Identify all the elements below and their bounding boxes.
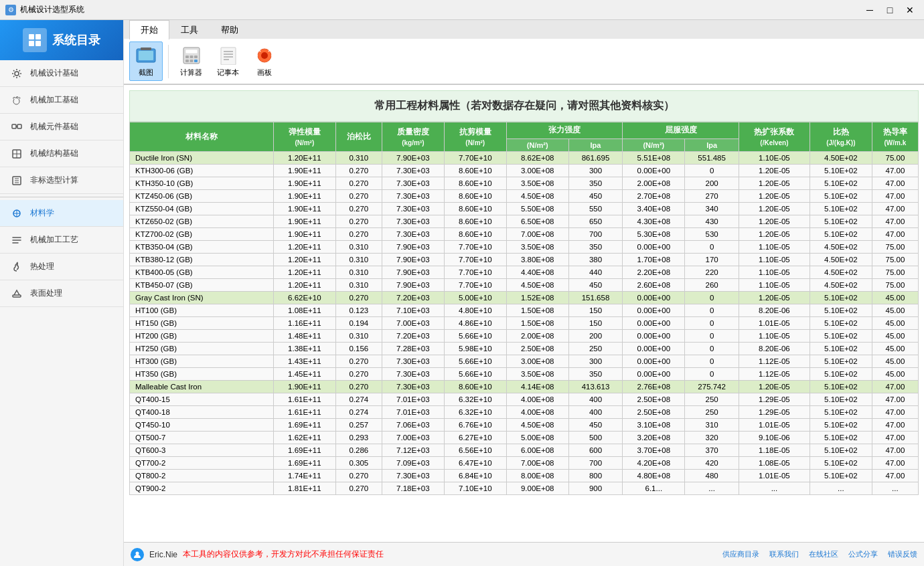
screenshot-button[interactable]: 截图 — [129, 41, 163, 81]
table-cell: 5.10E+02 — [810, 419, 872, 432]
table-cell: 7.90E+03 — [382, 254, 444, 266]
table-cell: 0.00E+00 — [623, 317, 685, 330]
tab-start[interactable]: 开始 — [129, 20, 169, 39]
table-cell: 6.47E+10 — [444, 457, 506, 470]
table-cell: 600 — [568, 444, 623, 457]
table-cell: ... — [872, 482, 918, 495]
table-cell: 8.20E-06 — [739, 343, 810, 355]
table-cell: 4.50E+02 — [810, 241, 872, 254]
table-cell: 4.14E+08 — [506, 381, 568, 393]
table-cell: 75.00 — [872, 254, 918, 266]
sidebar-item-heat[interactable]: 热处理 — [0, 254, 123, 280]
table-cell: 7.70E+10 — [444, 266, 506, 279]
table-cell: 75.00 — [872, 279, 918, 292]
notepad-button[interactable]: 记事本 — [211, 41, 245, 81]
table-cell: QT400-18 — [130, 406, 274, 419]
table-cell: 47.00 — [872, 432, 918, 444]
table-cell: 450 — [568, 190, 623, 203]
table-cell: 0 — [685, 317, 739, 330]
statusbar-link-feedback[interactable]: 错误反馈 — [888, 549, 917, 559]
calculator-button[interactable]: 计算器 — [174, 41, 208, 81]
table-cell: KTB450-07 (GB) — [130, 279, 274, 292]
titlebar-controls[interactable]: ─ □ ✕ — [861, 3, 919, 17]
table-cell: 7.30E+03 — [382, 215, 444, 228]
sidebar-item-surface[interactable]: 表面处理 — [0, 280, 123, 307]
table-cell: 0.270 — [335, 292, 382, 304]
table-cell: 4.50E+08 — [506, 190, 568, 203]
table-cell: 7.20E+03 — [382, 292, 444, 304]
sidebar-item-label: 机械设计基础 — [30, 68, 78, 79]
svg-rect-5 — [12, 124, 16, 128]
sidebar-item-structure[interactable]: 机械结构基础 — [0, 140, 123, 167]
table-cell: 47.00 — [872, 419, 918, 432]
table-cell: 1.90E+11 — [273, 177, 335, 190]
sidebar-item-label: 材料学 — [30, 207, 54, 219]
tab-tools[interactable]: 工具 — [169, 20, 210, 39]
table-cell: 45.00 — [872, 317, 918, 330]
screenshot-label: 截图 — [139, 68, 153, 78]
svg-rect-23 — [185, 50, 198, 54]
table-cell: 0.286 — [335, 444, 382, 457]
table-cell: 1.74E+11 — [273, 470, 335, 482]
sidebar-item-materials[interactable]: 材料学 — [0, 200, 123, 227]
table-cell: 1.20E+11 — [273, 279, 335, 292]
tab-help[interactable]: 帮助 — [210, 20, 250, 39]
table-cell: 3.10E+08 — [623, 419, 685, 432]
table-cell: 0.00E+00 — [623, 241, 685, 254]
table-cell: 1.50E+08 — [506, 304, 568, 317]
data-table: 材料名称 弹性模量(N/m²) 泊松比 质量密度(kg/m³) 抗剪模量(N/m… — [129, 122, 919, 495]
statusbar-link-suppliers[interactable]: 供应商目录 — [722, 549, 759, 559]
calculator-icon — [181, 45, 202, 66]
table-cell: QT500-7 — [130, 432, 274, 444]
table-cell: 0.270 — [335, 355, 382, 368]
table-cell: 8.60E+10 — [444, 381, 506, 393]
table-row: QT500-71.62E+110.2937.00E+036.27E+105.00… — [130, 432, 919, 444]
maximize-button[interactable]: □ — [881, 3, 899, 17]
table-cell: 1.48E+11 — [273, 330, 335, 343]
table-cell: 4.50E+02 — [810, 254, 872, 266]
sidebar-item-mechanical-design[interactable]: 机械设计基础 — [0, 60, 123, 87]
minimize-button[interactable]: ─ — [861, 3, 878, 17]
process-icon — [10, 233, 23, 247]
table-cell: 4.30E+08 — [623, 215, 685, 228]
table-cell: 47.00 — [872, 393, 918, 406]
table-cell: QT450-10 — [130, 419, 274, 432]
table-cell: 8.60E+10 — [444, 203, 506, 215]
table-cell: 0.270 — [335, 203, 382, 215]
surface-icon — [10, 287, 23, 300]
table-row: QT400-181.61E+110.2747.01E+036.32E+104.0… — [130, 406, 919, 419]
table-cell: QT700-2 — [130, 457, 274, 470]
table-row: Ductile Iron (SN)1.20E+110.3107.90E+037.… — [130, 152, 919, 165]
table-cell: 1.90E+11 — [273, 215, 335, 228]
table-row: QT900-21.81E+110.2707.18E+037.10E+109.00… — [130, 482, 919, 495]
canvas-button[interactable]: 画板 — [248, 41, 281, 81]
table-cell: 4.50E+02 — [810, 266, 872, 279]
table-cell: 150 — [568, 317, 623, 330]
table-cell: 5.10E+02 — [810, 470, 872, 482]
sidebar-item-machining2[interactable]: 机械加工工艺 — [0, 227, 123, 254]
table-cell: 0.257 — [335, 419, 382, 432]
table-cell: 6.27E+10 — [444, 432, 506, 444]
table-cell: 0.293 — [335, 432, 382, 444]
table-row: HT200 (GB)1.48E+110.3107.20E+035.66E+102… — [130, 330, 919, 343]
table-cell: 7.28E+03 — [382, 343, 444, 355]
statusbar-link-formulas[interactable]: 公式分享 — [848, 549, 878, 559]
statusbar-link-community[interactable]: 在线社区 — [809, 549, 838, 559]
sidebar-item-machining[interactable]: 机械加工基础 — [0, 87, 123, 114]
table-cell: 1.12E-05 — [739, 368, 810, 381]
statusbar-link-contact[interactable]: 联系我们 — [769, 549, 799, 559]
table-cell: 420 — [685, 457, 739, 470]
table-cell: 4.50E+08 — [506, 279, 568, 292]
table-cell: 7.09E+03 — [382, 457, 444, 470]
table-cell: 500 — [568, 432, 623, 444]
sidebar-item-nonstandard[interactable]: 非标选型计算 — [0, 167, 123, 194]
col-tensile-mpa: Ipa — [568, 138, 623, 151]
table-cell: 7.30E+03 — [382, 190, 444, 203]
sidebar-item-components[interactable]: 机械元件基础 — [0, 114, 123, 140]
table-cell: 4.20E+08 — [623, 457, 685, 470]
svg-rect-26 — [194, 56, 198, 58]
sidebar-item-label: 机械加工基础 — [30, 94, 78, 106]
close-button[interactable]: ✕ — [901, 3, 919, 17]
table-container[interactable]: 常用工程材料属性（若对数据存在疑问，请对照其他资料核实） 材料名称 弹性模量(N… — [124, 85, 924, 542]
table-cell: 1.01E-05 — [739, 470, 810, 482]
